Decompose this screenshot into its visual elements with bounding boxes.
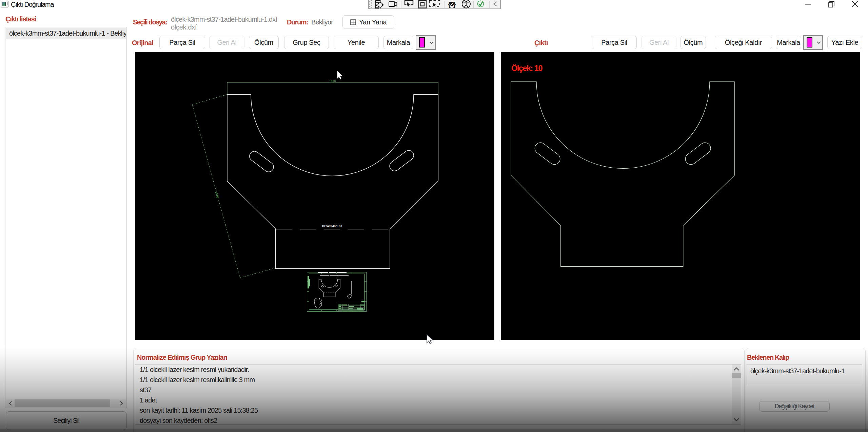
svg-text:DOWN 45° R 3: DOWN 45° R 3 bbox=[322, 224, 342, 228]
svg-text:1618: 1618 bbox=[329, 79, 336, 83]
svg-text:1370: 1370 bbox=[214, 191, 219, 199]
svg-text:Ölçek: 10: Ölçek: 10 bbox=[511, 64, 542, 73]
